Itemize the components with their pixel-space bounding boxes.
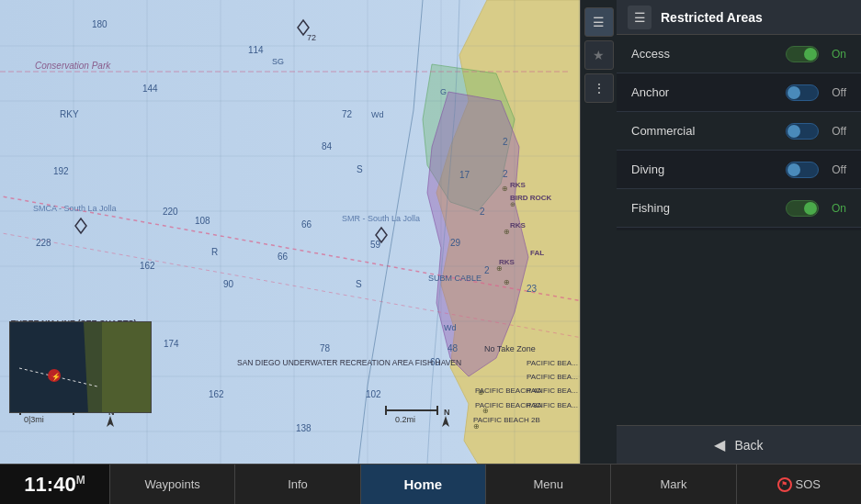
- diving-state: Off: [824, 163, 846, 176]
- diving-row: Diving Off: [617, 151, 861, 189]
- svg-text:59: 59: [370, 240, 381, 250]
- svg-text:SUBM CABLE: SUBM CABLE: [428, 274, 481, 283]
- svg-text:Conservation Park: Conservation Park: [35, 61, 111, 71]
- sos-button[interactable]: ⚑ SOS: [737, 465, 861, 504]
- diving-toggle-container[interactable]: Off: [786, 162, 846, 178]
- anchor-label: Anchor: [631, 85, 786, 99]
- star-icon: ★: [593, 48, 605, 62]
- svg-text:48: 48: [447, 343, 459, 353]
- waypoints-label: Waypoints: [145, 477, 200, 491]
- svg-text:PACIFIC BEA...: PACIFIC BEA...: [527, 386, 578, 395]
- diving-label: Diving: [631, 162, 786, 176]
- more-options-button[interactable]: ⋮: [584, 73, 614, 103]
- back-arrow-icon: ◀: [714, 436, 725, 454]
- dots-icon: ⋮: [593, 81, 606, 95]
- back-label: Back: [734, 438, 763, 453]
- access-toggle[interactable]: [786, 46, 819, 62]
- anchor-toggle-container[interactable]: Off: [786, 84, 846, 101]
- svg-text:Wd: Wd: [371, 110, 384, 119]
- svg-text:192: 192: [53, 166, 69, 176]
- right-panel: ☰ Restricted Areas Access On Anchor Off: [617, 0, 861, 464]
- svg-text:174: 174: [164, 339, 179, 349]
- svg-text:114: 114: [248, 45, 264, 55]
- minimap: ⚡: [9, 321, 152, 413]
- panel-spacer: [617, 230, 861, 426]
- svg-text:R: R: [211, 247, 218, 257]
- svg-text:66: 66: [301, 219, 312, 230]
- commercial-toggle-container[interactable]: Off: [786, 123, 846, 140]
- fishing-toggle-thumb: [804, 202, 817, 215]
- sos-icon: ⚑: [777, 477, 792, 492]
- svg-text:PACIFIC BEA...: PACIFIC BEA...: [527, 401, 578, 409]
- anchor-toggle[interactable]: [786, 84, 819, 101]
- svg-text:Wd: Wd: [444, 323, 457, 332]
- svg-text:0.2mi: 0.2mi: [395, 415, 415, 424]
- fishing-label: Fishing: [631, 201, 786, 215]
- svg-text:⊕: ⊕: [504, 228, 510, 236]
- svg-text:138: 138: [296, 423, 312, 433]
- svg-text:SMR - South La Jolla: SMR - South La Jolla: [342, 214, 420, 223]
- svg-text:SAN DIEGO UNDERWATER RECREATIO: SAN DIEGO UNDERWATER RECREATION AREA FIS…: [237, 358, 461, 367]
- bottom-nav: 11:40M Waypoints Info Home Menu Mark ⚑ S…: [0, 464, 861, 504]
- svg-text:102: 102: [366, 389, 381, 399]
- anchor-toggle-thumb: [787, 86, 800, 99]
- svg-text:90: 90: [223, 279, 234, 289]
- anchor-row: Anchor Off: [617, 73, 861, 112]
- diving-toggle-thumb: [787, 163, 800, 176]
- svg-text:⊕: ⊕: [502, 185, 508, 193]
- map-area[interactable]: 72 ⊕ ⊕ ⊕ ⊕ ⊕ ⊕ ⊕ ⊕ 180 114 SG 144 RKY 72…: [0, 0, 616, 464]
- sos-label: SOS: [796, 477, 821, 491]
- mark-label: Mark: [661, 477, 687, 491]
- left-sidebar: ☰ ★ ⋮: [580, 0, 617, 464]
- commercial-toggle[interactable]: [786, 123, 819, 140]
- access-label: Access: [631, 47, 786, 61]
- time-display-area: 11:40M: [0, 465, 110, 504]
- commercial-toggle-thumb: [787, 125, 800, 138]
- svg-text:RKY: RKY: [60, 109, 79, 119]
- commercial-state: Off: [824, 125, 846, 138]
- access-toggle-container[interactable]: On: [786, 46, 846, 62]
- svg-text:No Take Zone: No Take Zone: [484, 344, 536, 353]
- time-suffix: M: [76, 473, 85, 486]
- access-row: Access On: [617, 35, 861, 73]
- svg-text:⊕: ⊕: [504, 278, 510, 286]
- svg-text:29: 29: [450, 238, 461, 248]
- fishing-toggle[interactable]: [786, 200, 819, 217]
- fishing-toggle-container[interactable]: On: [786, 200, 846, 217]
- mark-button[interactable]: Mark: [611, 465, 736, 504]
- waypoints-button[interactable]: Waypoints: [110, 465, 235, 504]
- star-button[interactable]: ★: [584, 40, 614, 70]
- svg-text:2: 2: [484, 265, 490, 275]
- home-label: Home: [403, 476, 442, 492]
- svg-text:RKS: RKS: [499, 258, 515, 266]
- svg-text:23: 23: [527, 284, 538, 294]
- anchor-state: Off: [824, 86, 846, 99]
- access-state: On: [824, 48, 846, 61]
- svg-text:PACIFIC BEA...: PACIFIC BEA...: [527, 373, 578, 381]
- panel-header: ☰ Restricted Areas: [617, 0, 861, 35]
- menu-button[interactable]: Menu: [486, 465, 611, 504]
- svg-text:220: 220: [163, 207, 178, 217]
- svg-text:⚡: ⚡: [51, 372, 61, 381]
- diving-toggle[interactable]: [786, 162, 819, 178]
- svg-text:72: 72: [307, 33, 316, 42]
- svg-text:2: 2: [503, 169, 508, 179]
- home-button[interactable]: Home: [361, 465, 486, 504]
- svg-text:66: 66: [278, 252, 289, 262]
- svg-text:180: 180: [92, 19, 108, 29]
- svg-text:2: 2: [480, 207, 485, 217]
- svg-text:2: 2: [503, 137, 508, 147]
- info-label: Info: [288, 477, 308, 491]
- info-button[interactable]: Info: [235, 465, 360, 504]
- svg-text:BIRD ROCK: BIRD ROCK: [510, 194, 552, 202]
- list-icon: ☰: [593, 15, 605, 29]
- list-view-button[interactable]: ☰: [584, 7, 614, 37]
- back-button[interactable]: ◀ Back: [617, 425, 861, 464]
- svg-text:PACIFIC BEACH 2B: PACIFIC BEACH 2B: [473, 416, 540, 424]
- svg-text:RKS: RKS: [510, 181, 527, 189]
- svg-text:0|3mi: 0|3mi: [24, 415, 44, 424]
- minimap-svg: ⚡: [10, 322, 152, 413]
- svg-text:FAL: FAL: [530, 249, 544, 257]
- svg-text:S: S: [356, 279, 362, 289]
- svg-text:PACIFIC BEA...: PACIFIC BEA...: [527, 359, 578, 367]
